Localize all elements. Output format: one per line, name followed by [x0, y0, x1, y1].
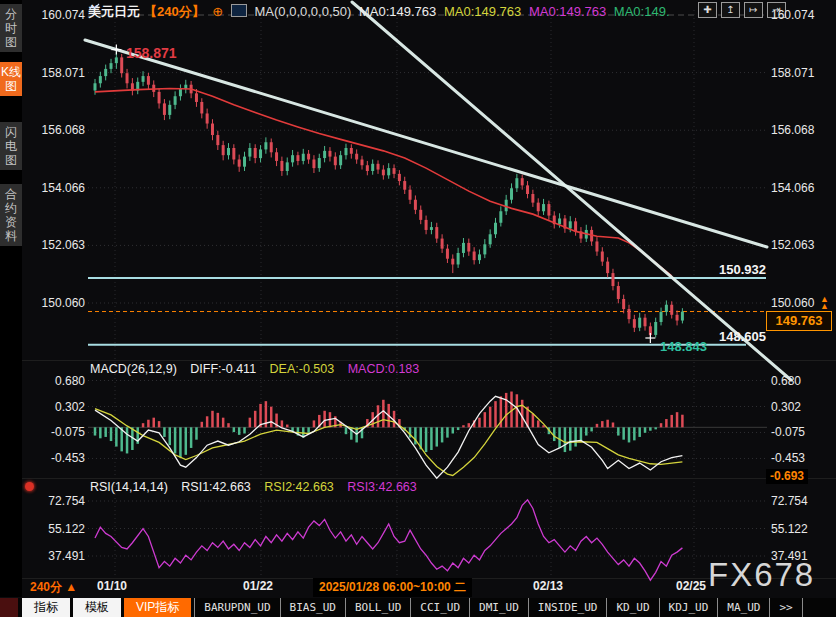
chart-canvas[interactable]: [0, 0, 836, 617]
high-price-label: 158.871: [126, 45, 177, 61]
macd-macd-value: MACD:0.183: [348, 362, 420, 376]
sidebar-item-contract-info[interactable]: 合约资料: [0, 184, 22, 246]
time-axis: 240分 ▲ 01/1001/2202/1302/25 2025/01/28 0…: [0, 579, 836, 597]
rsi-axis-label-left: 37.491: [20, 549, 85, 563]
time-axis-label: 02/13: [533, 579, 563, 593]
rsi-axis-label-left: 55.122: [20, 522, 85, 536]
time-axis-label: 02/25: [676, 579, 706, 593]
period-label: 【240分】: [144, 4, 205, 19]
macd-axis-label-left: -0.453: [20, 451, 85, 465]
indicator-button-cci-ud[interactable]: CCI_UD: [410, 598, 469, 617]
price-axis-label-right: 152.063: [771, 238, 833, 252]
indicator-button-inside-ud[interactable]: INSIDE_UD: [528, 598, 607, 617]
ma-formula: MA(0,0,0,0,0,50): [254, 4, 351, 19]
macd-axis-label-right: 0.680: [771, 374, 833, 388]
price-axis-label-left: 150.060: [20, 296, 85, 310]
indicator-button-kdj-ud[interactable]: KDJ_UD: [659, 598, 718, 617]
selected-candle-time: 2025/01/28 06:00~10:00 二: [313, 578, 472, 597]
time-axis-label: 01/10: [97, 579, 127, 593]
crosshair-icon[interactable]: ✚: [698, 2, 717, 18]
indicator-dot-icon[interactable]: [25, 482, 34, 491]
macd-axis-label-right: -0.453: [771, 451, 833, 465]
price-axis-label-left: 156.068: [20, 123, 85, 137]
bottom-logo-block: [0, 598, 18, 617]
indicator-button-dmi-ud[interactable]: DMI_UD: [469, 598, 528, 617]
ma-value-2: MA0:149.763: [529, 4, 606, 19]
rsi-axis-label-right: 55.122: [771, 522, 833, 536]
left-sidebar: 分时图 K线图 闪电图 合约资料: [0, 0, 22, 597]
macd-axis-label-right: -0.075: [771, 425, 833, 439]
time-axis-period[interactable]: 240分 ▲: [30, 579, 77, 596]
zoom-vertical-icon[interactable]: ↥: [721, 2, 740, 18]
price-axis-label-right: 154.066: [771, 181, 833, 195]
price-axis-label-left: 158.071: [20, 66, 85, 80]
price-alert-icon[interactable]: ▲▲: [820, 296, 829, 310]
price-axis-label-left: 160.074: [20, 8, 85, 22]
tab-indicators[interactable]: 指标: [22, 598, 70, 617]
macd-label-row: MACD(26,12,9) DIFF:-0.411 DEA:-0.503 MAC…: [90, 362, 429, 376]
rsi-axis-label-right: 37.491: [771, 549, 833, 563]
rsi1-value: RSI1:42.663: [181, 480, 251, 494]
chart-header: 美元日元【240分】 ⊕ MA(0,0,0,0,0,50) MA0:149.76…: [88, 3, 674, 21]
price-axis-label-right: 160.074: [771, 8, 833, 22]
indicator-button-boll-ud[interactable]: BOLL_UD: [345, 598, 410, 617]
price-axis-label-left: 154.066: [20, 181, 85, 195]
sidebar-item-time-chart[interactable]: 分时图: [0, 4, 22, 52]
trading-app-window: 分时图 K线图 闪电图 合约资料 美元日元【240分】 ⊕ MA(0,0,0,0…: [0, 0, 836, 617]
price-axis-label-right: 156.068: [771, 123, 833, 137]
rsi2-value: RSI2:42.663: [264, 480, 334, 494]
rsi-title: RSI(14,14,14): [90, 480, 168, 494]
tab-templates[interactable]: 模板: [73, 598, 121, 617]
rsi-axis-label-left: 72.754: [20, 494, 85, 508]
indicator-button-kd-ud[interactable]: KD_UD: [606, 598, 658, 617]
rsi-axis-label-right: 72.754: [771, 494, 833, 508]
time-axis-label: 01/22: [243, 579, 273, 593]
price-axis-label-right: 158.071: [771, 66, 833, 80]
rsi3-value: RSI3:42.663: [347, 480, 417, 494]
indicator-button--[interactable]: >>: [769, 598, 802, 617]
tab-vip-indicators[interactable]: VIP指标: [124, 598, 191, 617]
sidebar-item-kline-chart[interactable]: K线图: [0, 62, 22, 96]
macd-axis-label-left: -0.075: [20, 425, 85, 439]
zoom-horizontal-icon[interactable]: ↦: [744, 2, 763, 18]
macd-dea-value: DEA:-0.503: [270, 362, 335, 376]
indicator-button-barupdn-ud[interactable]: BARUPDN_UD: [194, 598, 279, 617]
support-price-label: 148.605: [719, 329, 766, 344]
macd-cursor-value: -0.693: [766, 469, 808, 484]
indicator-button-bias-ud[interactable]: BIAS_UD: [280, 598, 345, 617]
resistance-price-label: 150.932: [719, 262, 766, 277]
ma-value-1: MA0:149.763: [444, 4, 521, 19]
macd-axis-label-left: 0.302: [20, 400, 85, 414]
sidebar-item-lightning-chart[interactable]: 闪电图: [0, 122, 22, 170]
macd-title: MACD(26,12,9): [90, 362, 177, 376]
rsi-label-row: RSI(14,14,14) RSI1:42.663 RSI2:42.663 RS…: [90, 480, 427, 494]
low-price-label: 148.843: [660, 339, 707, 354]
price-axis-label-left: 152.063: [20, 238, 85, 252]
indicator-button-ma-ud[interactable]: MA_UD: [717, 598, 769, 617]
macd-diff-value: DIFF:-0.411: [190, 362, 256, 376]
macd-axis-label-left: 0.680: [20, 374, 85, 388]
bottom-toolbar: 指标 模板 VIP指标 BARUPDN_UDBIAS_UDBOLL_UDCCI_…: [0, 598, 836, 617]
ma-settings-icon[interactable]: [231, 4, 247, 17]
add-overlay-icon[interactable]: ⊕: [212, 4, 223, 19]
macd-axis-label-right: 0.302: [771, 400, 833, 414]
last-price-tag: 149.763: [766, 311, 832, 331]
ma-value-3: MA0:149.: [614, 4, 670, 19]
ma-value-0: MA0:149.763: [359, 4, 436, 19]
